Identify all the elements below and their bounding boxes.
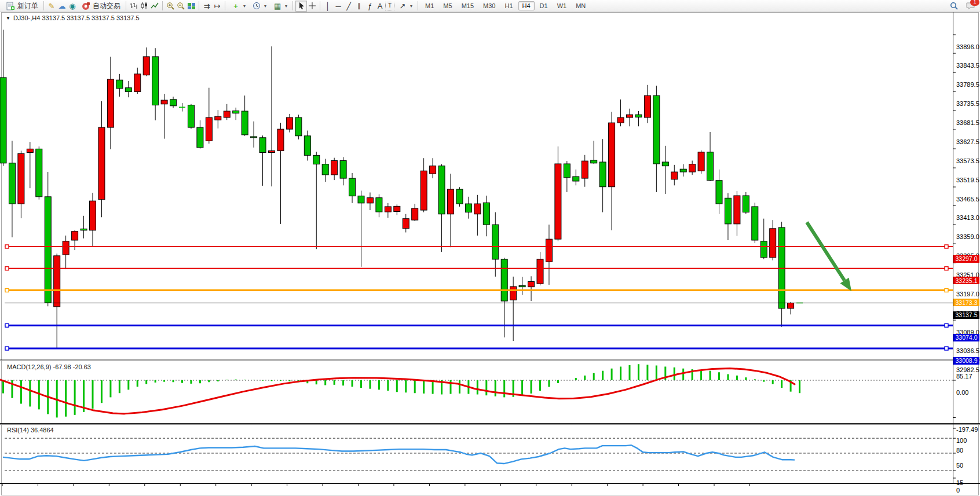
autotrading-icon	[81, 1, 91, 11]
price-axis-label: 33036.5	[956, 347, 979, 354]
chevron-down-icon: ▾	[264, 3, 266, 9]
timeframe-m30[interactable]: M30	[479, 1, 499, 10]
rsi-axis-label: 15	[956, 479, 963, 486]
chevron-down-icon: ▾	[285, 3, 287, 9]
crayon-icon[interactable]: ✎	[46, 1, 57, 11]
trendline-tool-icon[interactable]: ╱	[343, 1, 354, 11]
timeframe-w1[interactable]: W1	[553, 1, 571, 10]
timeframe-h1[interactable]: H1	[500, 1, 517, 10]
candlestick-chart-icon[interactable]	[139, 1, 149, 11]
chart-window[interactable]: ▼ DJ30-,H4 33137.5 33137.5 33137.5 33137…	[0, 12, 980, 496]
price-level-badge: 33008.9	[953, 357, 979, 365]
crosshair-icon[interactable]	[307, 1, 317, 11]
macd-histogram	[3, 364, 800, 417]
separator	[418, 1, 418, 10]
rsi-label: RSI(14) 36.4864	[7, 427, 54, 433]
text-label-tool-icon[interactable]: T	[385, 2, 394, 10]
separator	[162, 1, 163, 10]
separator	[126, 1, 126, 10]
macd-axis-label: 85.17	[956, 373, 972, 380]
line-handle[interactable]	[945, 347, 948, 350]
indicators-button[interactable]: +▾	[228, 0, 248, 12]
separator	[43, 1, 44, 10]
separator	[320, 1, 320, 10]
rsi-axis-label: 80	[956, 447, 963, 454]
price-axis-label: 33573.5	[956, 157, 979, 164]
autotrading-label: 自动交易	[93, 1, 120, 11]
main-toolbar: 新订单 ✎ ☁ ◉ 自动交易 ⇉	[0, 0, 980, 12]
new-order-icon	[5, 1, 16, 11]
line-handle[interactable]	[945, 289, 948, 292]
line-handle[interactable]	[5, 267, 9, 270]
timeframe-mn[interactable]: MN	[572, 1, 590, 10]
price-axis-label: 33519.5	[956, 177, 979, 183]
chart-title: DJ30-,H4 33137.5 33137.5 33137.5 33137.5	[13, 14, 140, 21]
alerts-icon[interactable]: ◉	[67, 1, 78, 11]
notifications-icon[interactable]: 1	[965, 1, 975, 11]
channel-tool-icon[interactable]: ∥	[354, 1, 364, 11]
mt4-window: { "toolbar": { "new_order_label": "新订单",…	[0, 0, 980, 496]
profiles-icon[interactable]: ☁	[57, 1, 67, 11]
chart-title-bar: ▼ DJ30-,H4 33137.5 33137.5 33137.5 33137…	[6, 14, 140, 21]
one-click-trading-toggle-icon[interactable]: ▼	[6, 16, 10, 21]
templates-button[interactable]: ▦▾	[269, 0, 290, 12]
rsi-axis-label: 50	[956, 462, 963, 469]
price-level-badge: 33235.1	[953, 277, 979, 284]
price-level-badge: 33173.3	[953, 299, 979, 306]
timeframe-m5[interactable]: M5	[439, 1, 456, 10]
line-handle[interactable]	[5, 245, 9, 248]
separator	[225, 1, 225, 10]
chart-plot[interactable]	[0, 12, 980, 496]
timeframe-h4[interactable]: H4	[518, 1, 535, 10]
template-icon: ▦	[272, 1, 283, 11]
auto-scroll-icon[interactable]: ⇉	[202, 1, 212, 11]
price-level-badge: 33297.0	[953, 255, 979, 263]
price-axis-label: 33681.5	[956, 119, 979, 126]
timeframe-d1[interactable]: D1	[536, 1, 552, 10]
trend-arrow[interactable]	[807, 222, 844, 281]
rsi-axis-label: 100	[956, 437, 967, 444]
new-order-label: 新订单	[17, 1, 38, 11]
horizontal-line-tool-icon[interactable]: ─	[333, 1, 343, 11]
macd-axis-label: 0.00	[956, 389, 968, 396]
timeframe-m1[interactable]: M1	[421, 1, 438, 10]
arrows-shapes-icon: ↗	[397, 1, 408, 11]
line-handle[interactable]	[945, 245, 948, 248]
autotrading-button[interactable]: 自动交易	[78, 0, 123, 12]
line-chart-icon[interactable]	[149, 1, 160, 11]
separator	[199, 1, 199, 10]
line-handle[interactable]	[5, 347, 9, 350]
price-axis-label: 33843.5	[956, 62, 979, 69]
clock-icon	[251, 1, 262, 11]
price-axis-label: 33359.0	[956, 233, 979, 240]
line-handle[interactable]	[5, 324, 9, 327]
price-level-badge: 33137.5	[953, 311, 979, 319]
trend-arrow-head	[840, 278, 851, 291]
vertical-line-tool-icon[interactable]: │	[323, 1, 333, 11]
chevron-down-icon: ▾	[243, 3, 246, 9]
cursor-icon[interactable]	[295, 1, 307, 12]
bar-chart-icon[interactable]	[129, 1, 139, 11]
tile-windows-icon[interactable]	[186, 1, 196, 11]
text-tool-icon[interactable]: A	[375, 1, 385, 11]
shapes-button[interactable]: ↗▾	[394, 0, 415, 12]
periods-button[interactable]: ▾	[248, 0, 269, 12]
line-handle[interactable]	[945, 324, 948, 327]
line-handle[interactable]	[945, 267, 948, 270]
new-order-button[interactable]: 新订单	[2, 0, 41, 12]
timeframe-m15[interactable]: M15	[458, 1, 478, 10]
macd-label: MACD(12,26,9) -67.98 -20.63	[7, 363, 91, 370]
macd-axis-label: -197.49	[956, 426, 978, 433]
fibonacci-tool-icon[interactable]: ƒ	[364, 1, 375, 11]
zoom-out-icon[interactable]	[175, 1, 186, 11]
price-axis-label: 33627.5	[956, 138, 979, 145]
price-axis-label: 33197.0	[956, 291, 979, 297]
price-axis-label: 33735.5	[956, 100, 979, 107]
chevron-down-icon: ▾	[410, 3, 412, 9]
price-axis-label: 33896.0	[956, 43, 979, 50]
chart-shift-icon[interactable]: ↦	[212, 1, 222, 11]
line-handle[interactable]	[5, 289, 9, 292]
search-icon[interactable]	[949, 1, 959, 11]
zoom-in-icon[interactable]	[165, 1, 175, 11]
price-axis-label: 33789.5	[956, 81, 979, 88]
